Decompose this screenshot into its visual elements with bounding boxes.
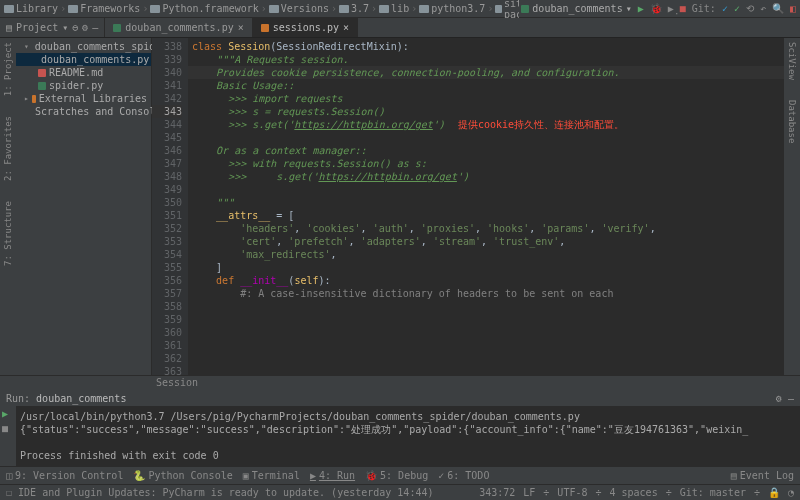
python-file-icon xyxy=(113,24,121,32)
event-log-tool[interactable]: ▤ Event Log xyxy=(731,470,794,481)
rerun-button[interactable]: ▶ xyxy=(0,406,16,421)
folder-icon xyxy=(68,5,78,13)
library-icon xyxy=(32,95,36,103)
git-update-icon[interactable]: ✓ xyxy=(722,3,728,14)
folder-icon xyxy=(150,5,160,13)
tree-scratches[interactable]: Scratches and Consoles xyxy=(16,105,151,118)
tree-file[interactable]: spider.py xyxy=(16,79,151,92)
gear-icon[interactable]: ⚙ xyxy=(776,393,782,404)
close-icon[interactable]: × xyxy=(238,22,244,33)
favorites-tool-button[interactable]: 2: Favorites xyxy=(3,116,13,181)
hide-icon[interactable]: — xyxy=(92,22,98,33)
cmdb-icon[interactable]: ◧ xyxy=(790,3,796,14)
git-revert-icon[interactable]: ↶ xyxy=(760,3,766,14)
folder-icon xyxy=(4,5,14,13)
git-label: Git: xyxy=(692,3,716,14)
hide-icon[interactable]: — xyxy=(788,393,794,404)
code-area[interactable]: 提供cookie持久性、连接池和配置。 class Session(Sessio… xyxy=(188,38,784,375)
python-file-icon xyxy=(38,82,46,90)
ide-notify-icon[interactable]: ◔ xyxy=(788,487,794,498)
python-console-tool[interactable]: 🐍 Python Console xyxy=(133,470,232,481)
search-icon[interactable]: 🔍 xyxy=(772,3,784,14)
run-button[interactable]: ▶ xyxy=(638,3,644,14)
indent-setting[interactable]: 4 spaces xyxy=(610,487,658,498)
database-tool-button[interactable]: Database xyxy=(787,100,797,143)
tree-root[interactable]: ▾douban_comments_spide xyxy=(16,40,151,53)
tab-bar: ▤Project▾ ⊖ ⚙ — douban_comments.py× sess… xyxy=(0,18,800,38)
run-panel-header[interactable]: Run: douban_comments⚙— xyxy=(0,390,800,406)
breadcrumb-toolbar: Library› Frameworks› Python.framework› V… xyxy=(0,0,800,18)
git-branch[interactable]: Git: master xyxy=(680,487,746,498)
folder-icon xyxy=(269,5,279,13)
sciview-tool-button[interactable]: SciView xyxy=(787,42,797,80)
tab-douban-comments[interactable]: douban_comments.py× xyxy=(105,18,252,37)
version-control-tool[interactable]: ◫ 9: Version Control xyxy=(6,470,123,481)
markdown-icon xyxy=(38,69,46,77)
toolbar-right: douban_comments ▾ ▶ 🐞 ▶̣ ■ Git: ✓ ✓ ⟲ ↶ … xyxy=(521,3,796,14)
project-tool-button[interactable]: 1: Project xyxy=(3,42,13,96)
folder-icon xyxy=(419,5,429,13)
run-panel: Run: douban_comments⚙— ▶ ■ /usr/local/bi… xyxy=(0,389,800,466)
folder-icon xyxy=(379,5,389,13)
tree-file[interactable]: douban_comments.py xyxy=(16,53,151,66)
debug-tool[interactable]: 🐞 5: Debug xyxy=(365,470,428,481)
right-tool-strip: SciView Database xyxy=(784,38,800,375)
run-config-selector[interactable]: douban_comments ▾ xyxy=(521,3,631,14)
tree-file[interactable]: README.md xyxy=(16,66,151,79)
structure-tool-button[interactable]: 7: Structure xyxy=(3,201,13,266)
tab-sessions[interactable]: sessions.py× xyxy=(253,18,358,37)
editor[interactable]: 3383393403413423433443453463473483493503… xyxy=(152,38,784,375)
cursor-position[interactable]: 343:72 xyxy=(479,487,515,498)
folder-icon xyxy=(495,5,502,13)
file-encoding[interactable]: UTF-8 xyxy=(557,487,587,498)
run-more-button[interactable]: ▶̣ xyxy=(668,3,674,14)
translation-annotation: 提供cookie持久性、连接池和配置。 xyxy=(458,118,624,131)
project-tree[interactable]: ▾douban_comments_spide douban_comments.p… xyxy=(16,38,152,375)
todo-tool[interactable]: ✓ 6: TODO xyxy=(438,470,489,481)
line-separator[interactable]: LF xyxy=(523,487,535,498)
debug-button[interactable]: 🐞 xyxy=(650,3,662,14)
gutter[interactable]: 3383393403413423433443453463473483493503… xyxy=(152,38,188,375)
editor-breadcrumb[interactable]: Session xyxy=(0,375,800,389)
status-message[interactable]: ☐ IDE and Plugin Updates: PyCharm is rea… xyxy=(6,487,433,498)
close-icon[interactable]: × xyxy=(343,22,349,33)
python-file-icon xyxy=(261,24,269,32)
breadcrumb[interactable]: Library› Frameworks› Python.framework› V… xyxy=(4,0,519,20)
project-tool-header[interactable]: ▤Project▾ ⊖ ⚙ — xyxy=(0,18,105,37)
run-toolbar: ▶ ■ xyxy=(0,406,16,466)
stop-button[interactable]: ■ xyxy=(0,421,16,436)
tree-external-libs[interactable]: ▸External Libraries xyxy=(16,92,151,105)
console-output[interactable]: /usr/local/bin/python3.7 /Users/pig/Pych… xyxy=(16,406,800,466)
bottom-tool-bar: ◫ 9: Version Control 🐍 Python Console ▣ … xyxy=(0,466,800,484)
terminal-tool[interactable]: ▣ Terminal xyxy=(243,470,300,481)
collapse-all-icon[interactable]: ⊖ xyxy=(72,22,78,33)
stop-button[interactable]: ■ xyxy=(680,3,686,14)
python-file-icon xyxy=(521,5,529,13)
folder-icon xyxy=(339,5,349,13)
left-tool-strip: 1: Project 2: Favorites 7: Structure xyxy=(0,38,16,375)
status-bar: ☐ IDE and Plugin Updates: PyCharm is rea… xyxy=(0,484,800,500)
lock-icon[interactable]: 🔒 xyxy=(768,487,780,498)
gear-icon[interactable]: ⚙ xyxy=(82,22,88,33)
git-history-icon[interactable]: ⟲ xyxy=(746,3,754,14)
run-tool[interactable]: ▶ 4: Run xyxy=(310,470,355,481)
git-commit-icon[interactable]: ✓ xyxy=(734,3,740,14)
